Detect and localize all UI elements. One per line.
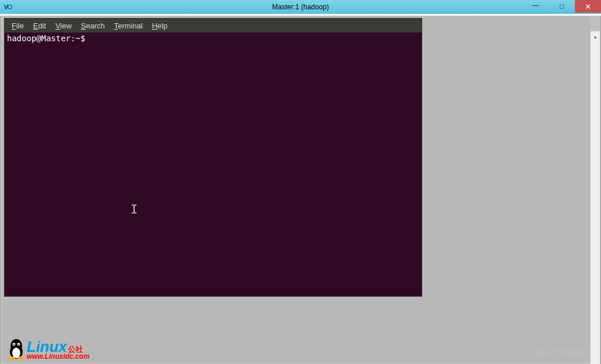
svg-point-6: [18, 344, 19, 345]
maximize-button[interactable]: ☐: [549, 0, 575, 13]
terminal-menu-bar: File Edit View Search Terminal Help: [5, 19, 422, 33]
svg-point-5: [14, 344, 15, 345]
minimize-button[interactable]: —: [523, 0, 549, 13]
svg-point-2: [12, 348, 20, 358]
menu-file[interactable]: File: [7, 20, 28, 31]
cto-watermark: @51CTO博客: [535, 348, 585, 359]
vnc-content-area: File Edit View Search Terminal Help hado…: [0, 16, 601, 364]
remote-desktop[interactable]: File Edit View Search Terminal Help hado…: [2, 16, 590, 362]
close-button[interactable]: ✕: [575, 0, 601, 13]
menu-view[interactable]: View: [51, 20, 76, 31]
terminal-body[interactable]: hadoop@Master:~$: [5, 33, 422, 296]
svg-point-7: [8, 356, 15, 360]
menu-edit[interactable]: Edit: [28, 20, 51, 31]
scrollbar-vertical[interactable]: ▴ ▾: [591, 31, 600, 364]
tux-penguin-icon: [7, 338, 26, 360]
menu-terminal[interactable]: Terminal: [110, 20, 147, 31]
text-cursor-icon: [131, 204, 137, 215]
menu-search[interactable]: Search: [76, 20, 109, 31]
terminal-prompt: hadoop@Master:~$: [7, 34, 85, 43]
menu-help[interactable]: Help: [147, 20, 172, 31]
window-controls: — ☐ ✕: [523, 0, 601, 13]
vnc-app-icon: V: [3, 2, 13, 12]
scrollbar-up-button[interactable]: ▴: [591, 31, 600, 42]
window-title: Master:1 (hadoop): [272, 3, 329, 11]
logo-url-text: www.Linuxidc.com: [27, 353, 89, 360]
window-title-bar: V Master:1 (hadoop) — ☐ ✕: [0, 0, 601, 14]
linuxidc-watermark: Linux 公社 www.Linuxidc.com: [7, 338, 89, 360]
svg-point-8: [17, 356, 24, 360]
terminal-window: File Edit View Search Terminal Help hado…: [4, 18, 422, 297]
